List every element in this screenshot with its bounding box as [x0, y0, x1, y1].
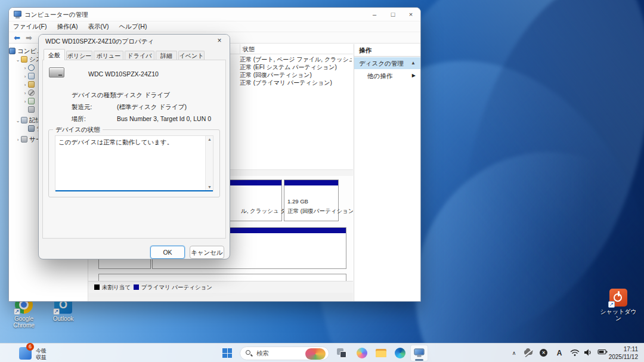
device-properties-dialog: WDC WD10SPZX-24Z10のプロパティ × 全般 ポリシー ボリューム…	[38, 34, 230, 259]
computer-icon	[9, 48, 16, 54]
task-view-icon	[337, 348, 346, 358]
clock-date: 2025/11/12	[609, 353, 638, 361]
action-more-actions[interactable]: 他の操作 ▶	[354, 70, 420, 81]
copilot-icon	[357, 348, 367, 358]
shortcut-arrow-icon: ↗	[53, 308, 60, 315]
hidden-icons-chevron[interactable]: ∧	[509, 348, 519, 358]
shortcut-arrow-icon: ↗	[608, 301, 615, 308]
edge-icon	[395, 348, 405, 358]
volume-row[interactable]: 正常 (EFI システム パーティション)	[240, 63, 352, 71]
screen: ↗ Google Chrome ↗ Outlook ↗ シャットダウン コンピュ…	[0, 0, 644, 362]
widgets-button[interactable]: 6 今後 収益	[17, 345, 61, 361]
partition-color-strip	[284, 180, 338, 185]
file-explorer-button[interactable]	[372, 345, 390, 361]
legend-unallocated: 未割り当て	[94, 284, 131, 291]
menu-help[interactable]: ヘルプ(H)	[115, 22, 151, 32]
disk1-partition-recovery[interactable]: 1.29 GB 正常 (回復パーティション	[284, 180, 339, 221]
clock-time: 17:11	[609, 345, 638, 353]
shared-folders-icon	[28, 81, 35, 88]
focus-underline	[55, 190, 213, 191]
action-disk-management[interactable]: ディスクの管理 ▲	[354, 57, 420, 69]
edge-button[interactable]	[391, 345, 409, 361]
general-tab-page: WDC WD10SPZX-24Z10 デバイスの種類: ディスク ドライブ 製造…	[42, 60, 226, 239]
widgets-text-line1: 今後	[36, 348, 47, 354]
system-tools-icon	[21, 56, 27, 63]
minimize-button[interactable]: –	[366, 8, 383, 21]
computer-management-taskbar-button[interactable]	[410, 345, 428, 361]
scroll-up-icon[interactable]: ▲	[206, 136, 213, 143]
device-status-text: このデバイスは正常に動作しています。	[58, 138, 202, 147]
field-label-location: 場所:	[72, 115, 86, 123]
vertical-scrollbar[interactable]: ▲ ▼	[205, 136, 213, 191]
search-box[interactable]: 検索	[240, 346, 329, 360]
start-button[interactable]	[218, 345, 236, 361]
desktop-icon-label: Outlook	[44, 315, 82, 322]
field-label-device-type: デバイスの種類:	[72, 91, 118, 100]
primary-partition-swatch	[134, 284, 139, 290]
device-status-groupbox: デバイスの状態 このデバイスは正常に動作しています。 ▲ ▼	[48, 129, 220, 197]
window-titlebar[interactable]: コンピューターの管理 – □ ×	[9, 8, 420, 21]
menu-bar: ファイル(F) 操作(A) 表示(V) ヘルプ(H)	[9, 22, 420, 32]
menu-action[interactable]: 操作(A)	[52, 22, 82, 32]
tab-policies[interactable]: ポリシー	[66, 51, 92, 60]
maximize-button[interactable]: □	[384, 8, 402, 21]
shortcut-arrow-icon: ↗	[14, 308, 20, 315]
cancel-button[interactable]: キャンセル	[190, 246, 224, 259]
device-manager-icon	[28, 106, 35, 113]
local-users-icon	[28, 89, 35, 96]
performance-icon	[28, 98, 35, 104]
tab-volumes[interactable]: ボリューム	[94, 51, 123, 60]
task-scheduler-icon	[28, 64, 35, 71]
ime-mode-indicator[interactable]: A	[555, 348, 564, 358]
field-value-device-type: ディスク ドライブ	[117, 91, 170, 100]
device-status-textbox[interactable]: このデバイスは正常に動作しています。 ▲ ▼	[55, 135, 213, 191]
tab-driver[interactable]: ドライバー	[125, 51, 154, 60]
field-label-manufacturer: 製造元:	[72, 103, 92, 112]
dialog-tabs: 全般 ポリシー ボリューム ドライバー 詳細 イベント	[39, 48, 230, 60]
search-highlight-image	[305, 348, 326, 360]
partition-size: 1.29 GB	[287, 198, 308, 205]
menu-file[interactable]: ファイル(F)	[9, 22, 51, 32]
submenu-arrow-icon: ▶	[412, 70, 416, 81]
status-circle-x-icon[interactable]: ✕	[539, 348, 549, 358]
desktop-icon-label: シャットダウン	[599, 308, 637, 321]
volume-row[interactable]: 正常 (ブート, ページ ファイル, クラッシュ ダンプ, ベーシック デ	[240, 55, 352, 63]
ok-button[interactable]: OK	[150, 246, 185, 259]
dialog-close-button[interactable]: ×	[210, 35, 229, 48]
pane-footer	[88, 293, 353, 301]
search-placeholder: 検索	[256, 349, 269, 358]
onedrive-paused-icon[interactable]	[524, 348, 533, 358]
back-icon[interactable]: ⬅	[14, 33, 20, 42]
copilot-button[interactable]	[353, 345, 371, 361]
volume-row[interactable]: 正常 (回復パーティション)	[240, 71, 352, 79]
actions-title: 操作	[354, 44, 420, 57]
tab-general[interactable]: 全般	[44, 49, 65, 60]
dialog-title: WDC WD10SPZX-24Z10のプロパティ	[45, 38, 154, 46]
wifi-icon[interactable]	[570, 348, 580, 358]
disk-management-icon	[28, 125, 35, 132]
dialog-titlebar[interactable]: WDC WD10SPZX-24Z10のプロパティ ×	[39, 35, 230, 48]
clock[interactable]: 17:11 2025/11/12	[609, 345, 638, 361]
search-icon	[246, 350, 253, 357]
volume-row[interactable]: 正常 (プライマリ パーティション)	[240, 79, 352, 86]
forward-icon[interactable]: ➡	[26, 33, 32, 42]
computer-management-icon	[14, 11, 21, 18]
desktop-icon-power[interactable]: ↗ シャットダウン	[599, 289, 637, 321]
field-value-location: Bus Number 3, Target Id 0, LUN 0	[117, 115, 211, 122]
partition-status: 正常 (回復パーティション	[287, 208, 353, 215]
expand-icon[interactable]: ›	[15, 136, 21, 144]
volume-icon[interactable]	[583, 348, 593, 358]
event-viewer-icon	[28, 73, 35, 79]
field-value-manufacturer: (標準ディスク ドライブ)	[117, 103, 187, 112]
collapse-arrow-icon[interactable]: ▲	[411, 57, 416, 69]
close-button[interactable]: ×	[402, 8, 420, 21]
column-header-status[interactable]: 状態	[240, 44, 351, 54]
task-view-button[interactable]	[333, 345, 351, 361]
windows-logo-icon	[222, 348, 232, 358]
menu-view[interactable]: 表示(V)	[84, 22, 113, 32]
tab-details[interactable]: 詳細	[156, 51, 177, 60]
battery-icon[interactable]	[597, 348, 607, 358]
tab-events[interactable]: イベント	[178, 51, 205, 60]
storage-icon	[21, 117, 27, 123]
window-title: コンピューターの管理	[24, 11, 88, 19]
